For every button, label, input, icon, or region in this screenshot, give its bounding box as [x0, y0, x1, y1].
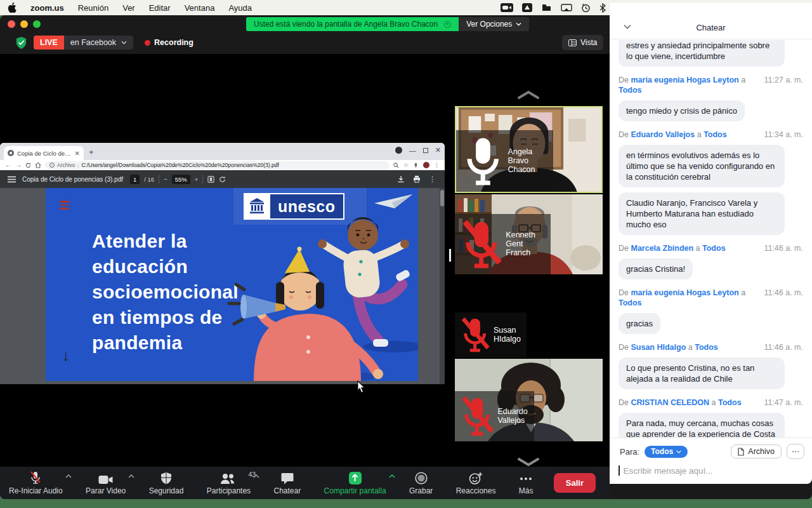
pdf-toolbar: Copia de Ciclo de ponencias (3).pdf 1 / … — [0, 170, 445, 188]
chat-more-button[interactable]: … — [787, 444, 804, 459]
zoom-window-button[interactable] — [33, 20, 41, 28]
share-options-caret[interactable] — [389, 474, 395, 478]
security-button[interactable]: Seguridad — [143, 469, 190, 498]
bookmark-star-icon[interactable]: ☆ — [403, 162, 409, 168]
address-url: C:/Users/angel/Downloads/Copia%20de%20Ci… — [81, 162, 278, 168]
participants-options-caret[interactable] — [253, 474, 259, 478]
forward-icon[interactable]: → — [15, 162, 22, 168]
recipient-selector[interactable]: Todos — [645, 446, 688, 458]
address-field[interactable]: i Archivo | C:/Users/angel/Downloads/Cop… — [45, 161, 390, 169]
browser-maximize-icon[interactable] — [423, 148, 428, 153]
menubar-menu-reunion[interactable]: Reunión — [78, 3, 108, 13]
chat-message-list[interactable]: estres y ansiedad principalmente sobre l… — [610, 40, 812, 438]
close-window-button[interactable] — [8, 20, 15, 28]
browser-menu-kebab-icon[interactable]: ⋮ — [434, 162, 440, 168]
video-options-caret[interactable] — [128, 474, 134, 478]
banner-text: Usted está viendo la pantalla de Angela … — [254, 20, 438, 29]
extensions-pin-icon[interactable] — [413, 163, 419, 168]
app-status-icon[interactable] — [541, 3, 552, 12]
recipient-name: Todos — [704, 130, 727, 139]
recording-dot-icon — [145, 40, 150, 46]
chrome-profile-avatar[interactable] — [423, 162, 429, 168]
address-scheme: Archivo — [57, 162, 75, 168]
share-screen-button[interactable]: Compartir pantalla — [318, 469, 393, 498]
apple-logo-icon[interactable] — [8, 3, 16, 13]
browser-close-icon[interactable]: ✕ — [435, 146, 441, 154]
browser-tab[interactable]: Copia de Ciclo de ponencias (3)... ✕ — [4, 146, 84, 160]
pdf-zoom-level: 55% — [172, 175, 190, 184]
scroll-participants-down-button[interactable] — [517, 457, 540, 467]
video-tile-kenneth[interactable]: Kenneth Gent Franch — [455, 194, 603, 274]
bluetooth-status-icon[interactable] — [599, 3, 606, 13]
video-tile-eduardo[interactable]: Eduardo Vallejos — [455, 359, 603, 441]
zoom-page-icon[interactable] — [393, 163, 399, 168]
chat-message: estres y ansiedad principalmente sobre l… — [619, 40, 803, 67]
back-icon[interactable]: ← — [5, 162, 11, 168]
shared-browser-window: Copia de Ciclo de ponencias (3)... ✕ + —… — [0, 143, 445, 384]
display-status-icon[interactable] — [561, 4, 572, 12]
meeting-info-shield-icon[interactable] — [15, 36, 27, 50]
video-button[interactable]: Parar Video — [79, 469, 132, 498]
menubar-menu-editar[interactable]: Editar — [149, 3, 171, 13]
capture-status-icon[interactable] — [522, 3, 532, 12]
leave-meeting-button[interactable]: Salir — [554, 473, 596, 493]
pdf-menu-icon[interactable] — [8, 176, 16, 183]
pdf-zoom-out-button[interactable]: − — [164, 176, 167, 183]
more-button[interactable]: Más — [513, 469, 540, 498]
sender-name: Eduardo Vallejos — [631, 130, 695, 139]
pdf-rotate-icon[interactable] — [219, 176, 226, 183]
attach-file-button[interactable]: Archivo — [731, 444, 782, 458]
live-stream-badge[interactable]: LIVE en Facebook — [34, 36, 133, 50]
reactions-button[interactable]: Reacciones — [450, 469, 502, 498]
chat-message: Para nada, muy cercana, muchas cosas que… — [619, 408, 803, 438]
tab-close-icon[interactable]: ✕ — [75, 150, 80, 157]
video-tile-susan[interactable]: Susan HIdalgo — [455, 276, 603, 358]
pdf-print-icon[interactable] — [413, 175, 421, 183]
chat-footer: Para: Todos Archivo … Escribir mensaj — [610, 438, 812, 484]
chat-input[interactable]: Escribir mensaje aquí... — [610, 459, 812, 476]
desktop: zoom.us Reunión Ver Editar Ventana Ayuda… — [0, 0, 812, 508]
file-icon — [738, 448, 744, 456]
chat-button[interactable]: Chatear — [267, 469, 307, 498]
menubar-app-name[interactable]: zoom.us — [30, 3, 64, 13]
grid-view-icon — [568, 39, 577, 46]
mic-off-icon — [30, 471, 41, 485]
scroll-participants-up-button[interactable] — [517, 90, 540, 100]
pdf-zoom-in-button[interactable]: + — [195, 176, 199, 183]
live-label: LIVE — [34, 36, 64, 50]
view-options-button[interactable]: Ver Opciones — [459, 17, 529, 31]
view-layout-button[interactable]: Vista — [562, 35, 603, 50]
pdf-download-icon[interactable] — [397, 175, 405, 183]
participants-icon — [220, 473, 237, 485]
audio-button[interactable]: Re-Iniciar Audio — [3, 469, 69, 498]
menubar-menu-ayuda[interactable]: Ayuda — [228, 3, 252, 13]
pdf-fit-page-icon[interactable] — [207, 176, 214, 183]
menubar-menu-ver[interactable]: Ver — [122, 3, 135, 13]
pdf-more-kebab-icon[interactable]: ⋮ — [429, 175, 436, 184]
video-tile-angela[interactable]: Angela Bravo Chacon — [455, 106, 603, 193]
pdf-scrollbar[interactable] — [440, 188, 445, 384]
participant-name: Susan HIdalgo — [494, 326, 521, 344]
message-time: 11:46 a. m. — [759, 243, 803, 253]
browser-minimize-icon[interactable]: — — [409, 147, 416, 154]
reload-icon[interactable] — [25, 163, 31, 168]
message-time: 11:47 a. m. — [759, 398, 803, 408]
time-machine-status-icon[interactable] — [581, 3, 591, 13]
mic-on-icon — [460, 132, 504, 189]
new-tab-button[interactable]: + — [89, 147, 94, 157]
sender-name: maria eugenia Hogas Leyton — [631, 288, 738, 297]
pdf-page-input[interactable]: 1 — [130, 175, 140, 184]
participants-button[interactable]: 43 Participantes — [200, 469, 257, 498]
record-button[interactable]: Grabar — [403, 469, 439, 498]
menubar-menu-ventana[interactable]: Ventana — [185, 3, 215, 13]
browser-profile-avatar[interactable] — [395, 147, 402, 154]
minimize-window-button[interactable] — [20, 20, 28, 28]
screen-record-status-icon[interactable] — [501, 3, 513, 12]
record-indicator-icon — [444, 21, 451, 28]
page-info-icon[interactable]: i — [49, 163, 55, 168]
audio-options-caret[interactable] — [65, 474, 72, 478]
chat-title: Chatear — [610, 23, 812, 32]
home-icon[interactable] — [35, 162, 41, 168]
recipient-label: Para: — [620, 447, 639, 457]
sender-name: maria eugenia Hogas Leyton — [631, 76, 738, 84]
